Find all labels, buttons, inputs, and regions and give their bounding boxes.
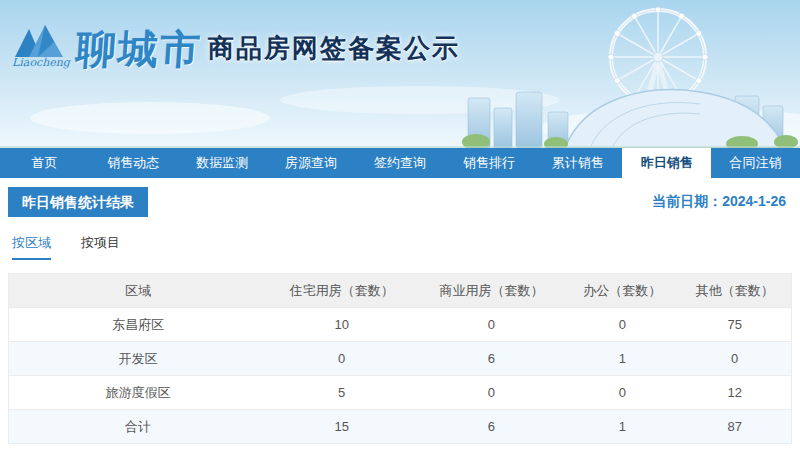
cell-commercial: 0 <box>417 376 567 410</box>
cell-region: 东昌府区 <box>9 308 267 342</box>
cell-other: 87 <box>678 410 791 444</box>
section-bar: 昨日销售统计结果 当前日期：2024-1-26 <box>8 187 792 217</box>
nav-item-contract-cancel[interactable]: 合同注销 <box>711 148 800 178</box>
section-title: 昨日销售统计结果 <box>8 187 148 217</box>
cell-other: 12 <box>678 376 791 410</box>
nav-item-sales-ranking[interactable]: 销售排行 <box>444 148 533 178</box>
cell-other: 75 <box>678 308 791 342</box>
brand: Liaocheng 聊城市 商品房网签备案公示 <box>12 24 460 69</box>
col-header-region: 区域 <box>9 274 267 308</box>
tab-by-region[interactable]: 按区域 <box>12 234 51 260</box>
site-header: Liaocheng 聊城市 商品房网签备案公示 <box>0 0 800 148</box>
cell-office: 0 <box>566 376 678 410</box>
col-header-other: 其他（套数） <box>678 274 791 308</box>
cell-residential: 0 <box>267 342 417 376</box>
col-header-office: 办公（套数） <box>566 274 678 308</box>
sales-stats-table: 区域 住宅用房（套数） 商业用房（套数） 办公（套数） 其他（套数） 东昌府区 … <box>8 273 792 444</box>
table-row-kaifaqu: 开发区 0 6 1 0 <box>9 342 792 376</box>
nav-item-total-sales[interactable]: 累计销售 <box>533 148 622 178</box>
cell-region: 旅游度假区 <box>9 376 267 410</box>
table-row-total: 合计 15 6 1 87 <box>9 410 792 444</box>
cell-office: 1 <box>566 342 678 376</box>
cell-residential: 15 <box>267 410 417 444</box>
nav-item-yesterday-sales[interactable]: 昨日销售 <box>622 148 711 178</box>
logo-script-text: Liaocheng <box>12 56 70 69</box>
nav-item-home[interactable]: 首页 <box>0 148 89 178</box>
cell-office: 1 <box>566 410 678 444</box>
view-tabs: 按区域 按项目 <box>8 234 792 260</box>
city-name-text: 聊城市 <box>74 29 203 69</box>
current-date: 当前日期：2024-1-26 <box>652 193 792 211</box>
table-row-tourism-resort: 旅游度假区 5 0 0 12 <box>9 376 792 410</box>
cell-region: 开发区 <box>9 342 267 376</box>
logo: Liaocheng <box>12 24 70 69</box>
cell-commercial: 0 <box>417 308 567 342</box>
cell-commercial: 6 <box>417 342 567 376</box>
liaocheng-m-logo-icon <box>14 24 68 58</box>
site-title: 商品房网签备案公示 <box>208 31 460 69</box>
tab-by-project[interactable]: 按项目 <box>81 234 120 260</box>
page: Liaocheng 聊城市 商品房网签备案公示 首页 销售动态 数据监测 房源查… <box>0 0 800 452</box>
col-header-commercial: 商业用房（套数） <box>417 274 567 308</box>
main-nav: 首页 销售动态 数据监测 房源查询 签约查询 销售排行 累计销售 昨日销售 合同… <box>0 148 800 178</box>
nav-item-listing-search[interactable]: 房源查询 <box>267 148 356 178</box>
nav-item-sales-news[interactable]: 销售动态 <box>89 148 178 178</box>
table-row-dongchangfu: 东昌府区 10 0 0 75 <box>9 308 792 342</box>
cell-commercial: 6 <box>417 410 567 444</box>
table-header-row: 区域 住宅用房（套数） 商业用房（套数） 办公（套数） 其他（套数） <box>9 274 792 308</box>
cell-office: 0 <box>566 308 678 342</box>
nav-item-signing-search[interactable]: 签约查询 <box>356 148 445 178</box>
nav-item-data-monitor[interactable]: 数据监测 <box>178 148 267 178</box>
cell-region: 合计 <box>9 410 267 444</box>
cell-residential: 5 <box>267 376 417 410</box>
col-header-residential: 住宅用房（套数） <box>267 274 417 308</box>
header-scenery-art <box>0 0 800 148</box>
cell-residential: 10 <box>267 308 417 342</box>
content: 昨日销售统计结果 当前日期：2024-1-26 按区域 按项目 区域 住宅用房（… <box>0 187 800 444</box>
cell-other: 0 <box>678 342 791 376</box>
